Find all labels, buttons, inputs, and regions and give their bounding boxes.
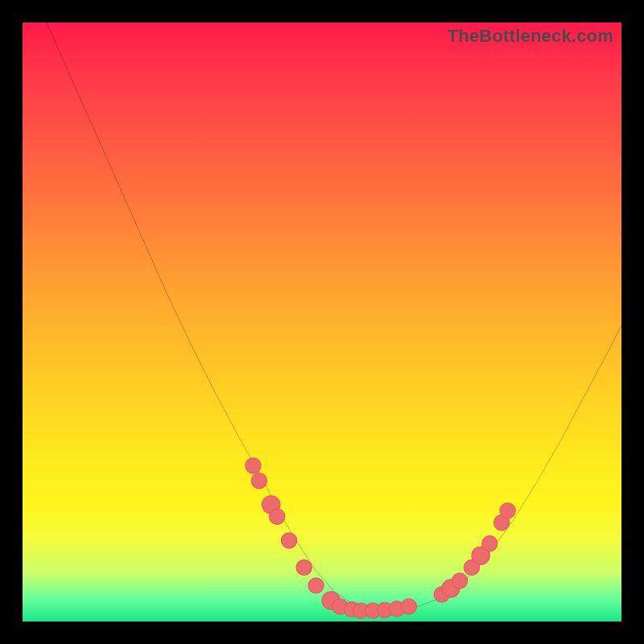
curve-marker: [251, 473, 266, 488]
curve-marker: [452, 573, 467, 588]
chart-svg: [23, 23, 621, 621]
curve-marker: [482, 536, 497, 551]
bottleneck-curve: [23, 0, 621, 609]
curve-marker: [281, 533, 296, 548]
curve-marker: [308, 578, 324, 593]
curve-marker: [296, 559, 312, 575]
curve-markers: [246, 458, 516, 618]
plot-area: TheBottleneck.com: [23, 23, 621, 621]
chart-frame: TheBottleneck.com: [0, 0, 644, 644]
curve-marker: [270, 509, 285, 524]
curve-marker: [500, 503, 515, 518]
curve-marker: [246, 458, 261, 473]
curve-marker: [401, 599, 416, 614]
